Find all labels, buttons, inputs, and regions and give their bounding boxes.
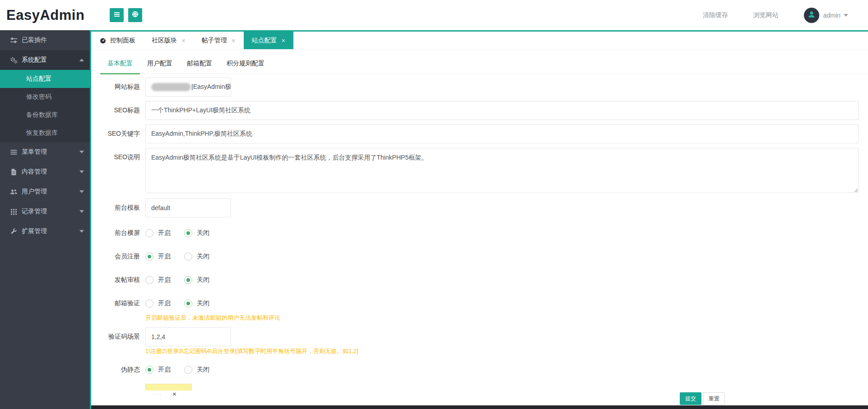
tab-site-config[interactable]: 站点配置 × (244, 32, 294, 49)
users-icon (10, 188, 18, 196)
radio-on-unchecked[interactable] (145, 299, 153, 308)
close-icon[interactable]: × (172, 391, 176, 397)
tab-label: 站点配置 (252, 37, 277, 45)
field-label: SEO关键字 (91, 130, 140, 138)
tab-label: 控制面板 (110, 37, 135, 45)
refresh-home-button[interactable] (128, 8, 142, 22)
radio-on-label: 开启 (158, 253, 171, 261)
field-label: SEO说明 (91, 148, 140, 161)
seo-keywords-input[interactable] (145, 124, 859, 143)
radio-off-unchecked[interactable] (184, 366, 192, 374)
sidebar-item-backup-database[interactable]: 备份数据库 (0, 106, 91, 124)
front-template-input[interactable] (145, 198, 231, 217)
reset-button[interactable]: 重置 (703, 392, 725, 405)
header-buttons (110, 8, 142, 22)
hamburger-icon (113, 11, 121, 20)
site-title-visible-text: |EasyAdmin极简社 (191, 83, 231, 91)
sidebar-item-user-manage[interactable]: 用户管理 (0, 182, 91, 202)
caret-down-icon (79, 151, 84, 153)
caret-down-icon (79, 210, 84, 213)
browse-site-link[interactable]: 浏览网站 (753, 11, 779, 19)
field-label: 前台模板 (91, 204, 140, 212)
radio-on-label: 开启 (158, 299, 171, 308)
radio-off-checked[interactable] (184, 299, 192, 308)
easyadmin-screen: EasyAdmin 清除缓存 浏览网站 admin (0, 0, 868, 409)
tab-bar: 控制面板 社区版块 × 帖子管理 × 站点配置 × (91, 30, 868, 50)
form-row-site-title: 网站标题 |EasyAdmin极简社 (91, 78, 868, 97)
radio-on-checked[interactable] (145, 253, 153, 261)
captcha-scene-input[interactable] (145, 327, 231, 346)
submit-button[interactable]: 提交 (680, 392, 701, 405)
user-menu-caret-icon (844, 14, 848, 17)
sidebar-toggle-button[interactable] (110, 8, 124, 22)
sidebar-subitem-label: 站点配置 (26, 75, 51, 83)
captcha-scene-hint: 1\注册2\登录3\忘记密码4\后台登录[填写数字时用半角括号隔开，否则无效。如… (145, 347, 358, 355)
tab-label: 帖子管理 (202, 37, 227, 45)
radio-off-unchecked[interactable] (184, 253, 192, 261)
config-subtabs: 基本配置 用户配置 邮箱配置 积分规则配置 (91, 53, 868, 74)
seo-description-textarea[interactable]: EasyAdmin极简社区系统是基于LayUI模板制作的一套社区系统，后台支撑采… (145, 148, 859, 193)
sidebar-item-label: 已装插件 (22, 36, 47, 44)
grid-icon (10, 208, 18, 216)
subtab-points-rule-config[interactable]: 积分规则配置 (219, 53, 272, 74)
radio-off-checked[interactable] (184, 276, 192, 284)
radio-on-checked[interactable] (145, 366, 153, 374)
wrench-icon (10, 228, 18, 235)
close-icon[interactable]: × (181, 37, 186, 44)
field-label: 伪静态 (91, 366, 140, 374)
translate-popup-clipped: ··· × (145, 384, 192, 397)
caret-down-icon (79, 170, 84, 173)
document-icon (10, 168, 18, 176)
bottom-dark-strip (91, 405, 868, 409)
avatar[interactable] (804, 8, 819, 23)
form-row-seo-title: SEO标题 (91, 101, 868, 120)
form-row-seo-description: SEO说明 EasyAdmin极简社区系统是基于LayUI模板制作的一套社区系统… (91, 148, 868, 193)
tab-dashboard[interactable]: 控制面板 (91, 32, 144, 49)
sidebar-item-extension-manage[interactable]: 扩展管理 (0, 221, 91, 241)
sidebar-item-installed-plugins[interactable]: 已装插件 (0, 30, 91, 50)
subtab-user-config[interactable]: 用户配置 (140, 53, 180, 74)
sidebar-item-restore-database[interactable]: 恢复数据库 (0, 124, 91, 142)
close-icon[interactable]: × (232, 37, 236, 44)
sliders-icon (10, 37, 18, 44)
close-icon[interactable]: × (282, 37, 286, 44)
site-config-form: 网站标题 |EasyAdmin极简社 SEO标题 SEO关键字 SEO说明 (91, 74, 868, 379)
radio-off-label: 关闭 (197, 366, 209, 374)
radio-on-unchecked[interactable] (145, 276, 153, 284)
sidebar-item-change-password[interactable]: 修改密码 (0, 88, 91, 106)
caret-up-icon (79, 59, 84, 61)
top-header: EasyAdmin 清除缓存 浏览网站 admin (0, 0, 868, 30)
sidebar-item-label: 系统配置 (22, 56, 47, 64)
radio-on-unchecked[interactable] (145, 229, 153, 237)
sidebar-submenu-system-config: 站点配置 修改密码 备份数据库 恢复数据库 (0, 70, 91, 142)
username-label[interactable]: admin (823, 12, 840, 19)
subtab-email-config[interactable]: 邮箱配置 (180, 53, 219, 74)
subtab-basic-config[interactable]: 基本配置 (100, 53, 140, 74)
sidebar: 已装插件 系统配置 站点配置 修改密码 备份数据库 恢复数据库 (0, 30, 91, 409)
sidebar-item-content-manage[interactable]: 内容管理 (0, 162, 91, 182)
popup-highlight (145, 384, 192, 391)
email-verify-hint: 开启邮箱验证后，未激活邮箱的用户无法发帖和评论 (145, 314, 280, 322)
sidebar-item-label: 用户管理 (22, 188, 47, 196)
sidebar-item-record-manage[interactable]: 记录管理 (0, 202, 91, 221)
field-label: 邮箱验证 (91, 299, 140, 308)
caret-down-icon (79, 230, 84, 233)
site-title-input[interactable]: |EasyAdmin极简社 (145, 78, 231, 97)
sidebar-subitem-label: 恢复数据库 (26, 129, 58, 137)
radio-off-checked[interactable] (184, 229, 192, 237)
sidebar-item-system-config[interactable]: 系统配置 (0, 50, 91, 70)
tab-post-manage[interactable]: 帖子管理 × (194, 32, 244, 49)
tab-community-sections[interactable]: 社区版块 × (144, 32, 194, 49)
clear-cache-link[interactable]: 清除缓存 (703, 11, 728, 19)
user-icon (807, 10, 816, 21)
field-label: 验证码场景 (91, 333, 140, 341)
caret-down-icon (79, 190, 84, 193)
sidebar-item-menu-manage[interactable]: 菜单管理 (0, 142, 91, 162)
form-row-post-audit: 发帖审核 开启 关闭 (91, 271, 868, 290)
email-verify-hint-row: 开启邮箱验证后，未激活邮箱的用户无法发帖和评论 (91, 314, 868, 322)
sidebar-item-site-config[interactable]: 站点配置 (0, 70, 91, 88)
field-label: 网站标题 (91, 83, 140, 91)
seo-title-input[interactable] (145, 101, 859, 120)
menu-icon (10, 148, 18, 156)
main-area: 控制面板 社区版块 × 帖子管理 × 站点配置 × 基本配置 用户配置 邮箱配置… (91, 30, 868, 409)
